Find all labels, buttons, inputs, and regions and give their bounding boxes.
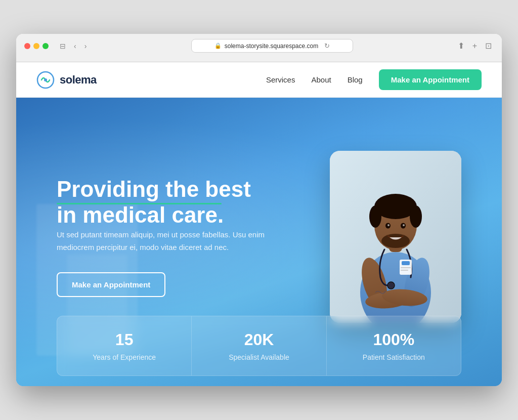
new-tab-button[interactable]: +: [470, 40, 479, 52]
browser-chrome: ⊟ ‹ › 🔒 solema-storysite.squarespace.com…: [16, 34, 502, 62]
stat-experience: 15 Years of Experience: [57, 316, 192, 375]
browser-controls: ⊟ ‹ ›: [58, 41, 89, 51]
nav-blog[interactable]: Blog: [348, 75, 363, 84]
stat-specialists-number: 20K: [202, 330, 316, 349]
hero-left-content: Providing the best in medical care. Ut s…: [57, 177, 279, 297]
traffic-lights: [24, 43, 49, 49]
browser-actions: ⬆ + ⊡: [456, 40, 494, 52]
hero-title-text1: Providing the best: [57, 177, 251, 202]
browser-top-bar: ⊟ ‹ › 🔒 solema-storysite.squarespace.com…: [24, 39, 494, 53]
svg-point-12: [369, 205, 381, 228]
hero-title-line2: in medical care.: [57, 202, 224, 227]
svg-rect-22: [401, 267, 411, 268]
svg-point-19: [387, 282, 395, 289]
minimize-button[interactable]: [33, 43, 39, 49]
stat-specialists-label: Specialist Available: [202, 353, 316, 361]
stat-experience-number: 15: [67, 330, 181, 349]
share-button[interactable]: ⬆: [456, 40, 466, 52]
logo-icon: [36, 71, 55, 89]
svg-rect-21: [402, 261, 410, 265]
hero-section: Providing the best in medical care. Ut s…: [16, 98, 502, 386]
address-bar-container: 🔒 solema-storysite.squarespace.com ↻: [94, 39, 450, 53]
nav-appointment-button[interactable]: Make an Appointment: [379, 69, 482, 90]
hero-title-line1: Providing the best: [57, 177, 251, 201]
refresh-icon[interactable]: ↻: [324, 42, 330, 50]
tabs-overview-button[interactable]: ⊡: [483, 40, 494, 52]
browser-tab-bar: [24, 58, 494, 62]
svg-rect-23: [401, 270, 408, 271]
forward-button[interactable]: ›: [82, 41, 89, 51]
navbar: solema Services About Blog Make an Appoi…: [16, 62, 502, 98]
doctor-svg: [330, 151, 461, 323]
stats-bar-wrapper: 15 Years of Experience 20K Specialist Av…: [57, 316, 461, 376]
stat-satisfaction-number: 100%: [337, 330, 451, 349]
back-button[interactable]: ‹: [72, 41, 78, 51]
stats-bar: 15 Years of Experience 20K Specialist Av…: [57, 316, 461, 376]
logo: solema: [36, 71, 97, 89]
svg-point-1: [44, 78, 47, 81]
stat-satisfaction: 100% Patient Satisfiaction: [327, 316, 461, 375]
doctor-figure: [330, 151, 461, 323]
nav-services[interactable]: Services: [266, 75, 295, 84]
window-tile-button[interactable]: ⊟: [58, 41, 68, 51]
nav-links: Services About Blog Make an Appointment: [266, 69, 482, 90]
address-bar[interactable]: 🔒 solema-storysite.squarespace.com ↻: [191, 39, 353, 53]
stat-specialists: 20K Specialist Available: [192, 316, 326, 375]
svg-point-18: [403, 224, 405, 226]
svg-point-14: [381, 234, 410, 248]
browser-window: ⊟ ‹ › 🔒 solema-storysite.squarespace.com…: [16, 34, 502, 386]
close-button[interactable]: [24, 43, 30, 49]
hero-doctor-image: [330, 151, 461, 323]
nav-about[interactable]: About: [311, 75, 331, 84]
website: solema Services About Blog Make an Appoi…: [16, 62, 502, 386]
logo-text: solema: [60, 73, 97, 87]
hero-appointment-button[interactable]: Make an Appointment: [57, 272, 165, 297]
hero-description: Ut sed putant timeam aliquip, mei ut pos…: [57, 228, 279, 254]
url-text: solema-storysite.squarespace.com: [225, 43, 318, 50]
stat-satisfaction-label: Patient Satisfiaction: [337, 353, 451, 361]
lock-icon: 🔒: [214, 43, 222, 49]
svg-point-17: [387, 224, 390, 226]
maximize-button[interactable]: [42, 43, 49, 49]
svg-point-13: [410, 205, 422, 228]
stat-experience-label: Years of Experience: [67, 353, 181, 361]
hero-title: Providing the best in medical care.: [57, 177, 279, 228]
